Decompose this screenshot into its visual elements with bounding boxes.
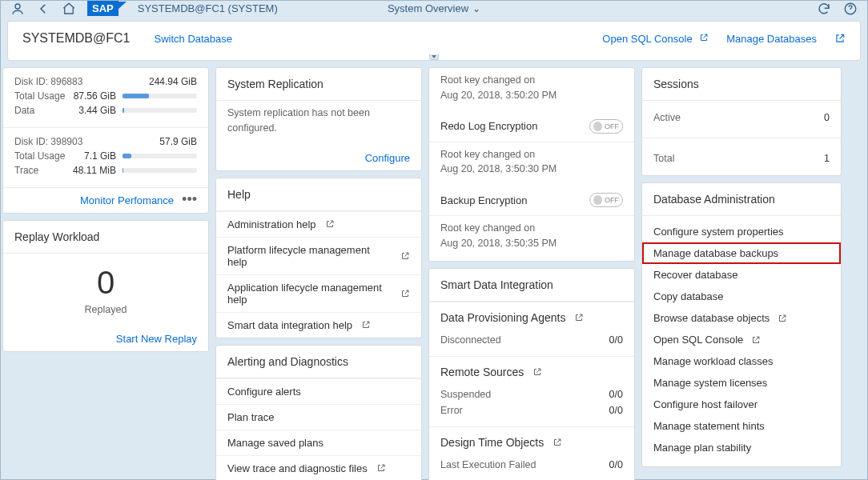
admin-manage-backups[interactable]: Manage database backups (642, 242, 841, 264)
suspended-label: Suspended (440, 389, 491, 400)
sessions-card: Sessions Active0 Total1 (641, 67, 842, 176)
admin-statement-hints[interactable]: Manage statement hints (642, 415, 841, 437)
chevron-down-icon: ⌄ (472, 3, 480, 14)
help-card: Help Administration help Platform lifecy… (215, 178, 422, 338)
admin-recover-db[interactable]: Recover database (642, 264, 841, 286)
data-val: 3.44 GiB (70, 105, 123, 116)
switch-database-link[interactable]: Switch Database (154, 33, 232, 45)
rootkey-label: Root key changed on (440, 73, 623, 88)
disk-total: 244.94 GiB (149, 76, 197, 87)
replication-body: System replication has not been configur… (227, 106, 410, 136)
admin-host-failover[interactable]: Configure host failover (642, 394, 841, 415)
external-link-icon (376, 463, 386, 473)
breadcrumb: SYSTEMDB@FC1 (SYSTEM) (138, 2, 278, 14)
disk-id: Disk ID: 896883 (14, 76, 149, 87)
page-title-dropdown[interactable]: System Overview ⌄ (388, 2, 480, 14)
error-label: Error (440, 405, 463, 416)
rootkey-time1: Aug 20, 2018, 3:50:20 PM (440, 88, 623, 103)
external-link-icon[interactable] (532, 367, 542, 377)
plan-trace[interactable]: Plan trace (216, 404, 421, 430)
view-trace-files[interactable]: View trace and diagnostic files (216, 455, 421, 481)
remote-title: Remote Sources (440, 366, 524, 378)
help-icon[interactable] (843, 2, 858, 16)
start-replay-link[interactable]: Start New Replay (116, 333, 197, 345)
replication-title: System Replication (216, 68, 421, 101)
svg-point-0 (15, 4, 20, 9)
external-link-icon (361, 320, 371, 330)
trace-label: Trace (14, 165, 70, 176)
admin-browse-objects[interactable]: Browse database objects (642, 307, 841, 329)
external-link-icon[interactable] (834, 33, 846, 44)
admin-configure-system[interactable]: Configure system properties (642, 221, 841, 242)
disconnected-val: 0/0 (609, 334, 623, 346)
backup-title: Backup Encryption (440, 194, 527, 206)
replay-label: Replayed (3, 304, 208, 326)
external-link-icon[interactable] (553, 438, 562, 447)
db-name: SYSTEMDB@FC1 (22, 31, 130, 46)
replay-count: 0 (3, 254, 208, 304)
disks-card: Disk ID: 896883244.94 GiB Total Usage87.… (2, 67, 209, 214)
dpa-title: Data Provisioning Agents (440, 311, 565, 324)
redo-toggle[interactable]: OFF (589, 119, 623, 134)
refresh-icon[interactable] (817, 2, 831, 16)
back-icon[interactable] (36, 2, 50, 16)
more-icon[interactable]: ••• (182, 197, 197, 205)
usage-val: 7.1 GiB (70, 150, 123, 162)
configure-replication-link[interactable]: Configure (365, 152, 410, 164)
usage-label: Total Usage (14, 150, 70, 162)
external-link-icon (699, 33, 709, 42)
trace-val: 48.11 MiB (70, 165, 123, 176)
suspended-val: 0/0 (609, 389, 623, 400)
lastfail-val: 0/0 (609, 459, 623, 470)
rootkey-label: Root key changed on (440, 221, 623, 236)
disk-id: Disk ID: 398903 (14, 136, 159, 147)
replay-card: Replay Workload 0 Replayed Start New Rep… (2, 220, 209, 352)
total-label: Total (653, 153, 674, 164)
active-val: 0 (824, 112, 830, 123)
usage-label: Total Usage (14, 90, 70, 102)
sdi-card: Smart Data Integration Data Provisioning… (428, 268, 635, 481)
open-sql-console-label: Open SQL Console (602, 33, 692, 45)
backup-toggle[interactable]: OFF (589, 193, 623, 207)
open-sql-console-link[interactable]: Open SQL Console (602, 33, 709, 45)
admin-plan-stability[interactable]: Manage plan stability (642, 437, 841, 458)
data-label: Data (14, 105, 70, 116)
manage-saved-plans[interactable]: Manage saved plans (216, 430, 421, 455)
replication-card: System Replication System replication ha… (215, 67, 422, 171)
page-title: System Overview (388, 2, 468, 14)
help-applifecycle[interactable]: Application lifecycle management help (216, 274, 421, 312)
help-sdi[interactable]: Smart data integration help (216, 312, 421, 338)
configure-alerts[interactable]: Configure alerts (216, 378, 421, 404)
help-admin[interactable]: Administration help (216, 211, 421, 237)
monitor-performance-link[interactable]: Monitor Perfomance (80, 194, 174, 206)
external-link-icon (325, 219, 335, 229)
manage-databases-link[interactable]: Manage Databases (726, 33, 817, 45)
rootkey-time3: Aug 20, 2018, 3:50:35 PM (440, 236, 623, 251)
admin-system-licenses[interactable]: Manage system licenses (642, 372, 841, 394)
active-label: Active (653, 112, 681, 123)
admin-card: Database Administration Configure system… (641, 182, 842, 467)
error-val: 0/0 (609, 405, 623, 416)
sdi-title: Smart Data Integration (429, 269, 634, 302)
redo-title: Redo Log Encryption (440, 120, 537, 132)
top-bar: SAP SYSTEMDB@FC1 (SYSTEM) System Overvie… (1, 1, 867, 16)
user-icon[interactable] (10, 2, 25, 16)
header-panel: SYSTEMDB@FC1 Switch Database Open SQL Co… (7, 21, 861, 61)
total-val: 1 (824, 153, 830, 164)
usage-val: 87.56 GiB (70, 90, 123, 102)
home-icon[interactable] (62, 2, 76, 16)
usage-bar (123, 94, 197, 98)
external-link-icon (400, 289, 410, 298)
encryption-card: Root key changed on Aug 20, 2018, 3:50:2… (428, 67, 635, 262)
alerting-title: Alerting and Diagnostics (216, 346, 421, 378)
admin-copy-db[interactable]: Copy database (642, 286, 841, 307)
help-platform[interactable]: Platform lifecycle management help (216, 237, 421, 274)
external-link-icon (778, 314, 787, 323)
data-bar (123, 108, 197, 113)
sessions-title: Sessions (642, 68, 841, 101)
admin-workload-classes[interactable]: Manage workload classes (642, 350, 841, 372)
usage-bar (123, 154, 197, 158)
admin-open-sql[interactable]: Open SQL Console (642, 329, 841, 350)
external-link-icon[interactable] (574, 313, 584, 322)
expand-indicator[interactable] (429, 54, 439, 60)
